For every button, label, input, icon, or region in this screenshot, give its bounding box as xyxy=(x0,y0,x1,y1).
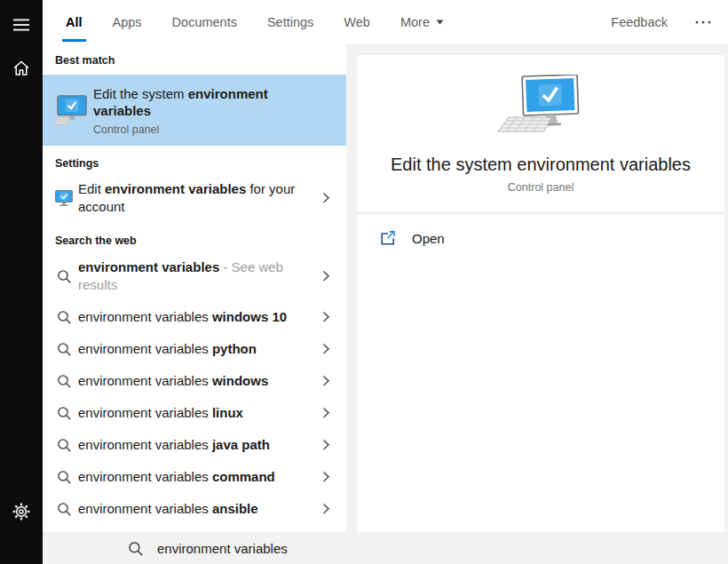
best-match-title: Edit the system environment variables xyxy=(93,85,284,119)
left-rail xyxy=(0,0,43,564)
web-suggestion-text: environment variables windows 10 xyxy=(78,308,287,326)
web-suggestion-row[interactable]: environment variables java path xyxy=(43,429,346,461)
search-bar[interactable]: environment variables xyxy=(43,532,728,564)
hamburger-menu-button[interactable] xyxy=(0,4,43,46)
web-suggestion-text: environment variables python xyxy=(78,340,257,358)
system-properties-app-icon-large xyxy=(496,75,585,142)
web-suggestion-row[interactable]: environment variables python xyxy=(43,333,346,365)
search-icon xyxy=(55,342,73,356)
actions-card: Open xyxy=(357,215,724,532)
tabbar-right-actions: Feedback xyxy=(611,0,716,44)
web-suggestion-text: environment variables windows xyxy=(78,372,268,390)
search-icon xyxy=(55,438,73,452)
windows-search-flyout: All Apps Documents Settings Web More Fee… xyxy=(0,0,728,564)
tab-all[interactable]: All xyxy=(64,0,84,44)
preview-subtitle: Control panel xyxy=(508,181,574,194)
settings-result-text: Edit environment variables for your acco… xyxy=(78,180,311,216)
filter-tabs: All Apps Documents Settings Web More xyxy=(64,0,446,44)
chevron-right-icon[interactable] xyxy=(322,503,330,515)
web-suggestion-row[interactable]: environment variables ansible xyxy=(43,493,346,525)
tab-settings-label: Settings xyxy=(267,15,313,29)
gear-icon xyxy=(12,502,31,521)
best-match-text: Edit the system environment variables Co… xyxy=(93,85,284,136)
search-icon xyxy=(55,374,73,388)
web-suggestion-text: environment variables command xyxy=(78,468,275,486)
system-properties-app-icon xyxy=(55,95,89,125)
home-button[interactable] xyxy=(0,46,43,89)
chevron-right-icon[interactable] xyxy=(322,270,330,282)
search-web-section-header: Search the web xyxy=(43,223,346,250)
tab-documents-label: Documents xyxy=(172,15,237,29)
tab-all-label: All xyxy=(66,15,83,29)
best-match-result[interactable]: Edit the system environment variables Co… xyxy=(43,75,346,146)
search-icon xyxy=(55,269,73,283)
preview-card: Edit the system environment variables Co… xyxy=(357,55,724,211)
web-suggestion-text: environment variables java path xyxy=(78,436,270,454)
chevron-right-icon[interactable] xyxy=(322,439,330,451)
open-action-label: Open xyxy=(412,231,445,246)
tab-apps[interactable]: Apps xyxy=(111,0,144,44)
tab-settings[interactable]: Settings xyxy=(265,0,315,44)
search-main-area: All Apps Documents Settings Web More Fee… xyxy=(43,0,728,564)
mini-monitor-icon xyxy=(55,190,73,207)
chevron-down-icon xyxy=(436,20,444,25)
settings-result-row[interactable]: Edit environment variables for your acco… xyxy=(43,173,346,223)
web-suggestion-row[interactable]: environment variables linux xyxy=(43,397,346,429)
filter-tab-bar: All Apps Documents Settings Web More Fee… xyxy=(43,0,728,44)
settings-section-header: Settings xyxy=(43,146,346,173)
chevron-right-icon[interactable] xyxy=(322,407,330,419)
web-suggestion-row[interactable]: environment variables command xyxy=(43,461,346,493)
tab-web[interactable]: Web xyxy=(342,0,372,44)
feedback-button[interactable]: Feedback xyxy=(611,15,668,29)
chevron-right-icon[interactable] xyxy=(322,471,330,483)
tab-documents[interactable]: Documents xyxy=(170,0,239,44)
open-action[interactable]: Open xyxy=(357,215,724,261)
hamburger-icon xyxy=(12,18,30,32)
tab-apps-label: Apps xyxy=(113,15,142,29)
tab-more[interactable]: More xyxy=(399,0,446,44)
web-suggestion-text: environment variables ansible xyxy=(78,500,258,518)
chevron-right-icon[interactable] xyxy=(322,375,330,387)
search-input-value[interactable]: environment variables xyxy=(157,541,288,556)
more-options-button[interactable] xyxy=(691,16,716,28)
search-icon xyxy=(55,310,73,324)
web-suggestion-row[interactable]: environment variables windows 10 xyxy=(43,301,346,333)
chevron-right-icon[interactable] xyxy=(322,192,330,204)
settings-button[interactable] xyxy=(0,490,43,533)
tab-web-label: Web xyxy=(344,15,370,29)
search-icon xyxy=(55,470,73,484)
best-match-subtitle: Control panel xyxy=(93,123,284,136)
search-icon xyxy=(55,502,73,516)
chevron-right-icon[interactable] xyxy=(322,343,330,355)
open-external-icon xyxy=(380,231,396,246)
search-icon xyxy=(128,541,143,556)
home-icon xyxy=(12,60,30,76)
web-suggestion-text: environment variables - See web results xyxy=(78,258,296,294)
web-suggestion-row[interactable]: environment variables - See web results xyxy=(43,250,346,301)
results-list-panel: Best match Edi xyxy=(43,44,346,532)
search-content: Best match Edi xyxy=(43,44,728,532)
best-match-header: Best match xyxy=(43,44,346,70)
preview-panel: Edit the system environment variables Co… xyxy=(346,44,728,532)
chevron-right-icon[interactable] xyxy=(322,311,330,323)
web-suggestion-row[interactable]: environment variables windows xyxy=(43,365,346,397)
tab-more-label: More xyxy=(400,15,430,29)
ellipsis-icon xyxy=(694,20,712,25)
web-suggestion-text: environment variables linux xyxy=(78,404,243,422)
preview-title: Edit the system environment variables xyxy=(391,155,691,175)
search-icon xyxy=(55,406,73,420)
